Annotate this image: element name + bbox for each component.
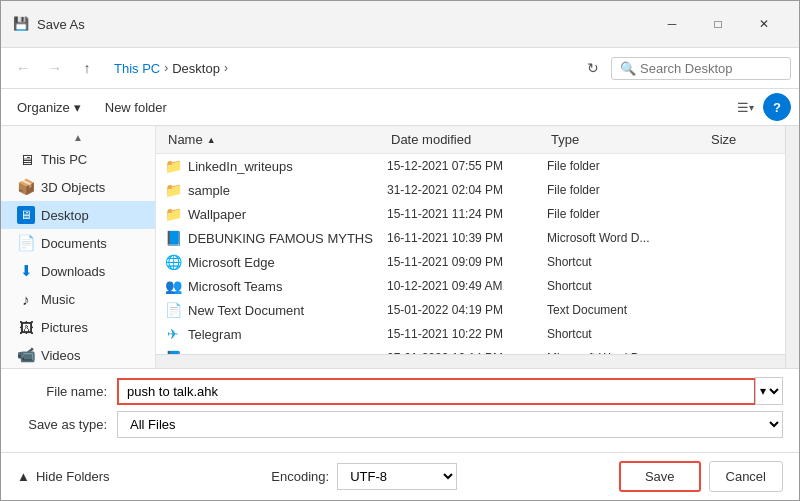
file-list-area: Name ▲ Date modified Type Size 📁 LinkedI… xyxy=(156,126,785,368)
column-date-modified[interactable]: Date modified xyxy=(387,130,547,149)
encoding-area: Encoding: UTF-8 xyxy=(271,463,457,490)
file-icon: 📁 xyxy=(164,181,182,199)
footer: ▲ Hide Folders Encoding: UTF-8 Save Canc… xyxy=(1,452,799,500)
organize-button[interactable]: Organize ▾ xyxy=(9,96,89,119)
documents-icon: 📄 xyxy=(17,234,35,252)
pictures-icon: 🖼 xyxy=(17,318,35,336)
forward-button[interactable]: → xyxy=(41,54,69,82)
file-date: 31-12-2021 02:04 PM xyxy=(387,183,547,197)
footer-buttons: Save Cancel xyxy=(619,461,783,492)
sidebar-label-desktop: Desktop xyxy=(41,208,89,223)
refresh-button[interactable]: ↻ xyxy=(579,54,607,82)
file-type: Shortcut xyxy=(547,279,707,293)
sidebar-label-music: Music xyxy=(41,292,75,307)
filename-dropdown[interactable]: ▾ xyxy=(755,377,783,405)
save-button[interactable]: Save xyxy=(619,461,701,492)
content-area: ▲ 🖥 This PC 📦 3D Objects 🖥 Desktop 📄 Doc… xyxy=(1,126,799,368)
file-type: File folder xyxy=(547,207,707,221)
file-date: 10-12-2021 09:49 AM xyxy=(387,279,547,293)
file-type: Text Document xyxy=(547,303,707,317)
view-icon: ☰ xyxy=(737,100,749,115)
table-row[interactable]: 📁 Wallpaper 15-11-2021 11:24 PM File fol… xyxy=(156,202,785,226)
breadcrumb[interactable]: This PC › Desktop › xyxy=(105,56,575,81)
sidebar-label-this-pc: This PC xyxy=(41,152,87,167)
minimize-button[interactable]: ─ xyxy=(649,9,695,39)
close-button[interactable]: ✕ xyxy=(741,9,787,39)
up-button[interactable]: ↑ xyxy=(73,54,101,82)
file-icon: 👥 xyxy=(164,277,182,295)
help-button[interactable]: ? xyxy=(763,93,791,121)
file-date: 15-11-2021 10:22 PM xyxy=(387,327,547,341)
help-icon: ? xyxy=(773,100,781,115)
file-icon: ✈ xyxy=(164,325,182,343)
view-button[interactable]: ☰ ▾ xyxy=(731,93,759,121)
breadcrumb-sep1: › xyxy=(164,61,168,75)
sidebar-item-3d-objects[interactable]: 📦 3D Objects xyxy=(1,173,155,201)
sidebar-scroll-up[interactable]: ▲ xyxy=(3,132,153,143)
file-name: sample xyxy=(188,183,230,198)
file-name: DEBUNKING FAMOUS MYTHS xyxy=(188,231,373,246)
horizontal-scrollbar[interactable] xyxy=(156,354,785,368)
table-row[interactable]: 📁 LinkedIn_writeups 15-12-2021 07:55 PM … xyxy=(156,154,785,178)
sidebar-label-downloads: Downloads xyxy=(41,264,105,279)
maximize-button[interactable]: □ xyxy=(695,9,741,39)
search-box[interactable]: 🔍 xyxy=(611,57,791,80)
encoding-label: Encoding: xyxy=(271,469,329,484)
breadcrumb-sep2: › xyxy=(224,61,228,75)
dialog-title: Save As xyxy=(37,17,85,32)
sidebar: ▲ 🖥 This PC 📦 3D Objects 🖥 Desktop 📄 Doc… xyxy=(1,126,156,368)
view-chevron-icon: ▾ xyxy=(749,102,754,113)
sidebar-item-this-pc[interactable]: 🖥 This PC xyxy=(1,145,155,173)
sidebar-item-music[interactable]: ♪ Music xyxy=(1,285,155,313)
search-icon: 🔍 xyxy=(620,61,636,76)
file-date: 15-01-2022 04:19 PM xyxy=(387,303,547,317)
save-icon: 💾 xyxy=(13,16,29,32)
table-row[interactable]: 👥 Microsoft Teams 10-12-2021 09:49 AM Sh… xyxy=(156,274,785,298)
file-name: Telegram xyxy=(188,327,241,342)
file-date: 16-11-2021 10:39 PM xyxy=(387,231,547,245)
hide-folders-button[interactable]: ▲ Hide Folders xyxy=(17,469,110,484)
back-button[interactable]: ← xyxy=(9,54,37,82)
3d-objects-icon: 📦 xyxy=(17,178,35,196)
sidebar-item-downloads[interactable]: ⬇ Downloads xyxy=(1,257,155,285)
file-type: File folder xyxy=(547,159,707,173)
file-type: Shortcut xyxy=(547,255,707,269)
vertical-scrollbar[interactable] xyxy=(785,126,799,368)
file-date: 15-11-2021 11:24 PM xyxy=(387,207,547,221)
file-name: Microsoft Teams xyxy=(188,279,282,294)
sidebar-item-videos[interactable]: 📹 Videos xyxy=(1,341,155,368)
file-name: Wallpaper xyxy=(188,207,246,222)
sidebar-item-documents[interactable]: 📄 Documents xyxy=(1,229,155,257)
file-type: File folder xyxy=(547,183,707,197)
filename-input[interactable] xyxy=(117,378,756,405)
table-row[interactable]: ✈ Telegram 15-11-2021 10:22 PM Shortcut xyxy=(156,322,785,346)
hide-folders-arrow-icon: ▲ xyxy=(17,469,30,484)
file-date: 15-11-2021 09:09 PM xyxy=(387,255,547,269)
table-row[interactable]: 📘 DEBUNKING FAMOUS MYTHS 16-11-2021 10:3… xyxy=(156,226,785,250)
file-icon: 📄 xyxy=(164,301,182,319)
file-icon: 🌐 xyxy=(164,253,182,271)
music-icon: ♪ xyxy=(17,290,35,308)
table-row[interactable]: 📄 New Text Document 15-01-2022 04:19 PM … xyxy=(156,298,785,322)
filename-control: ▾ xyxy=(117,377,783,405)
search-input[interactable] xyxy=(640,61,782,76)
table-row[interactable]: 📘 VVP-December 07-01-2022 10:14 PM Micro… xyxy=(156,346,785,354)
file-list: 📁 LinkedIn_writeups 15-12-2021 07:55 PM … xyxy=(156,154,785,354)
file-type: Shortcut xyxy=(547,327,707,341)
column-name[interactable]: Name ▲ xyxy=(164,130,387,149)
file-icon: 📁 xyxy=(164,157,182,175)
sidebar-item-desktop[interactable]: 🖥 Desktop xyxy=(1,201,155,229)
table-row[interactable]: 📁 sample 31-12-2021 02:04 PM File folder xyxy=(156,178,785,202)
encoding-select[interactable]: UTF-8 xyxy=(337,463,457,490)
nav-bar: ← → ↑ This PC › Desktop › ↻ 🔍 xyxy=(1,48,799,89)
new-folder-button[interactable]: New folder xyxy=(97,96,175,119)
column-size[interactable]: Size xyxy=(707,130,777,149)
cancel-button[interactable]: Cancel xyxy=(709,461,783,492)
sidebar-item-pictures[interactable]: 🖼 Pictures xyxy=(1,313,155,341)
new-folder-label: New folder xyxy=(105,100,167,115)
filename-row: File name: ▾ xyxy=(17,377,783,405)
column-type[interactable]: Type xyxy=(547,130,707,149)
table-row[interactable]: 🌐 Microsoft Edge 15-11-2021 09:09 PM Sho… xyxy=(156,250,785,274)
save-as-type-select[interactable]: All Files xyxy=(117,411,783,438)
sidebar-label-documents: Documents xyxy=(41,236,107,251)
